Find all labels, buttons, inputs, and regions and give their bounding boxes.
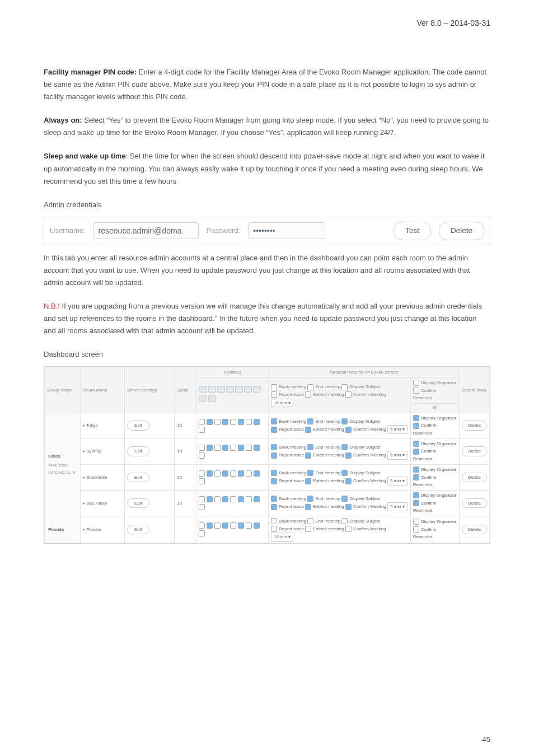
opt-check[interactable] bbox=[271, 470, 277, 476]
opt-check[interactable] bbox=[413, 441, 419, 447]
opt-check[interactable] bbox=[413, 519, 419, 525]
facility-check[interactable] bbox=[207, 522, 213, 529]
facility-check[interactable] bbox=[199, 470, 205, 477]
facility-check[interactable] bbox=[199, 496, 205, 502]
facility-check[interactable] bbox=[199, 452, 205, 459]
facility-check[interactable] bbox=[199, 504, 205, 510]
opt-check[interactable] bbox=[413, 423, 419, 429]
password-input[interactable] bbox=[248, 222, 325, 239]
facility-check[interactable] bbox=[254, 445, 260, 451]
opt-check[interactable] bbox=[413, 500, 419, 506]
opt-check[interactable] bbox=[341, 496, 348, 502]
facility-check[interactable] bbox=[222, 445, 228, 451]
facility-check[interactable] bbox=[246, 419, 252, 425]
row-delete-button[interactable]: Delete bbox=[462, 421, 487, 431]
opt-check[interactable] bbox=[271, 452, 277, 459]
edit-button[interactable]: Edit bbox=[127, 421, 149, 431]
opt-check[interactable] bbox=[271, 526, 277, 532]
opt-check[interactable] bbox=[341, 470, 348, 476]
opt-check[interactable] bbox=[271, 478, 277, 484]
facility-check[interactable] bbox=[238, 470, 244, 477]
row-delete-button[interactable]: Delete bbox=[462, 473, 487, 483]
opt-check[interactable] bbox=[413, 492, 419, 498]
facility-check[interactable] bbox=[246, 496, 252, 502]
facility-check[interactable] bbox=[207, 470, 213, 477]
opt-check[interactable] bbox=[345, 452, 352, 459]
facility-check[interactable] bbox=[207, 419, 213, 425]
minutes-select[interactable]: 15 min ▾ bbox=[271, 533, 293, 542]
opt-check[interactable] bbox=[341, 418, 348, 424]
facility-check[interactable] bbox=[246, 522, 252, 529]
row-delete-button[interactable]: Delete bbox=[462, 525, 487, 535]
opt-check[interactable] bbox=[345, 478, 352, 484]
facility-check[interactable] bbox=[254, 419, 260, 425]
opt-check[interactable] bbox=[345, 427, 352, 433]
username-input[interactable] bbox=[93, 222, 199, 239]
facility-check[interactable] bbox=[246, 470, 252, 477]
opt-check[interactable] bbox=[307, 444, 313, 450]
facility-check[interactable] bbox=[238, 522, 244, 529]
opt-check[interactable] bbox=[413, 449, 419, 455]
opt-check[interactable] bbox=[305, 478, 311, 484]
opt-check[interactable] bbox=[305, 427, 311, 433]
minutes-select[interactable]: 5 min ▾ bbox=[387, 425, 407, 434]
edit-button[interactable]: Edit bbox=[127, 473, 149, 483]
facility-check[interactable] bbox=[230, 445, 236, 451]
facility-check[interactable] bbox=[199, 530, 205, 536]
facility-check[interactable] bbox=[214, 470, 221, 477]
test-button[interactable]: Test bbox=[394, 222, 431, 240]
opt-check[interactable] bbox=[307, 518, 313, 524]
delete-button[interactable]: Delete bbox=[439, 222, 484, 240]
sel-min15[interactable]: 15 min ▾ bbox=[271, 399, 293, 408]
edit-button[interactable]: Edit bbox=[127, 446, 149, 456]
opt-check[interactable] bbox=[341, 518, 348, 524]
facility-check[interactable] bbox=[238, 496, 244, 502]
facility-check[interactable] bbox=[199, 427, 205, 433]
minutes-select[interactable]: 5 min ▾ bbox=[387, 477, 407, 486]
facility-check[interactable] bbox=[214, 496, 221, 502]
facility-check[interactable] bbox=[238, 419, 244, 425]
edit-button[interactable]: Edit bbox=[127, 525, 149, 535]
facility-check[interactable] bbox=[222, 419, 228, 425]
facility-check[interactable] bbox=[207, 496, 213, 502]
facility-check[interactable] bbox=[238, 445, 244, 451]
facility-check[interactable] bbox=[222, 470, 228, 477]
facility-check[interactable] bbox=[230, 419, 236, 425]
facility-check[interactable] bbox=[214, 445, 221, 451]
opt-check[interactable] bbox=[271, 444, 277, 450]
row-delete-button[interactable]: Delete bbox=[462, 498, 487, 508]
facility-check[interactable] bbox=[230, 522, 236, 529]
row-delete-button[interactable]: Delete bbox=[462, 446, 487, 456]
opt-check[interactable] bbox=[305, 504, 311, 510]
opt-check[interactable] bbox=[305, 452, 311, 459]
facility-check[interactable] bbox=[254, 470, 260, 477]
opt-check[interactable] bbox=[271, 427, 277, 433]
opt-check[interactable] bbox=[345, 504, 352, 510]
facility-check[interactable] bbox=[199, 522, 205, 529]
opt-check[interactable] bbox=[413, 466, 419, 473]
minutes-select[interactable]: 5 min ▾ bbox=[387, 451, 407, 460]
facility-check[interactable] bbox=[207, 445, 213, 451]
minutes-select[interactable]: 5 min ▾ bbox=[387, 502, 407, 511]
facility-check[interactable] bbox=[214, 419, 221, 425]
facility-check[interactable] bbox=[254, 496, 260, 502]
opt-check[interactable] bbox=[305, 526, 311, 532]
facility-check[interactable] bbox=[246, 445, 252, 451]
opt-check[interactable] bbox=[341, 444, 348, 450]
facility-check[interactable] bbox=[199, 445, 205, 451]
facility-check[interactable] bbox=[254, 522, 260, 529]
opt-check[interactable] bbox=[413, 526, 419, 533]
opt-check[interactable] bbox=[413, 474, 419, 480]
opt-check[interactable] bbox=[271, 504, 277, 510]
facility-check[interactable] bbox=[214, 522, 221, 529]
facility-check[interactable] bbox=[230, 470, 236, 477]
opt-check[interactable] bbox=[345, 526, 352, 532]
edit-button[interactable]: Edit bbox=[127, 498, 149, 508]
opt-check[interactable] bbox=[307, 496, 313, 502]
opt-check[interactable] bbox=[271, 518, 277, 524]
facility-check[interactable] bbox=[199, 419, 205, 425]
opt-check[interactable] bbox=[413, 415, 419, 421]
facility-check[interactable] bbox=[222, 522, 228, 529]
opt-check[interactable] bbox=[307, 470, 313, 476]
facility-check[interactable] bbox=[230, 496, 236, 502]
